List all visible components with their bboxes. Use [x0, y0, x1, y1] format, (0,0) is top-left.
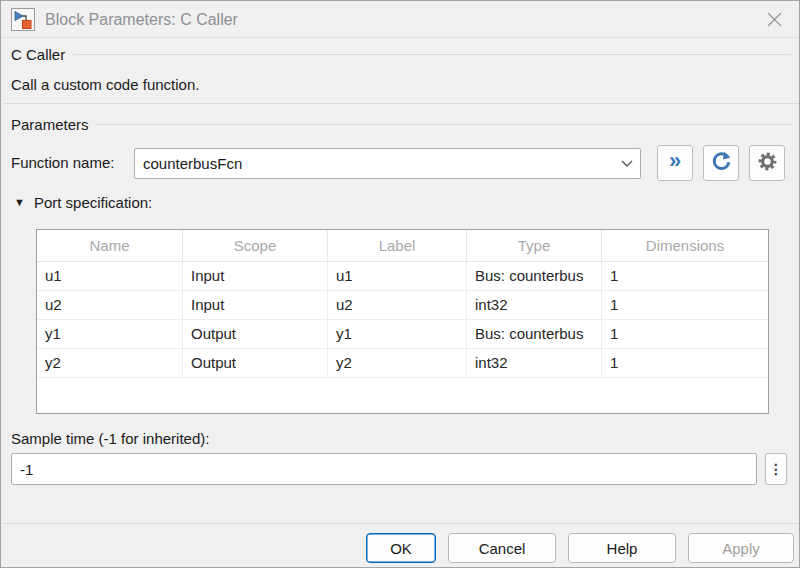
block-type-label: C Caller [11, 46, 65, 63]
sample-time-input[interactable] [11, 453, 757, 485]
cancel-button[interactable]: Cancel [448, 533, 556, 563]
cell-scope[interactable]: Output [183, 320, 328, 348]
parameters-section-header: Parameters [11, 114, 791, 134]
port-specification-label: Port specification: [34, 194, 152, 211]
port-specification-toggle[interactable]: ▼ Port specification: [14, 191, 152, 213]
kebab-icon: ⋮ [769, 461, 783, 477]
section-divider [3, 103, 799, 104]
double-chevron-icon: » [669, 150, 681, 172]
cell-label[interactable]: y1 [328, 320, 467, 348]
close-icon[interactable] [751, 1, 797, 37]
collapse-triangle-icon[interactable]: ▼ [14, 197, 25, 208]
apply-button[interactable]: Apply [688, 533, 794, 563]
sample-time-options-button[interactable]: ⋮ [765, 453, 787, 485]
column-header: Label [328, 230, 467, 261]
table-header-row: Name Scope Label Type Dimensions [37, 230, 768, 262]
settings-button[interactable] [749, 145, 785, 181]
cell-name[interactable]: y2 [37, 349, 183, 377]
help-button[interactable]: Help [568, 533, 676, 563]
ok-button[interactable]: OK [366, 533, 436, 563]
cell-dimensions[interactable]: 1 [602, 262, 768, 290]
cell-label[interactable]: u1 [328, 262, 467, 290]
cell-dimensions[interactable]: 1 [602, 349, 768, 377]
refresh-button[interactable] [703, 145, 739, 181]
cell-name[interactable]: u1 [37, 262, 183, 290]
cell-label[interactable]: y2 [328, 349, 467, 377]
table-row[interactable]: y1 Output y1 Bus: counterbus 1 [37, 320, 768, 349]
block-parameters-dialog: Block Parameters: C Caller C Caller Call… [0, 0, 800, 568]
gear-icon [757, 151, 778, 175]
column-header: Name [37, 230, 183, 261]
cell-name[interactable]: y1 [37, 320, 183, 348]
table-row[interactable]: y2 Output y2 int32 1 [37, 349, 768, 378]
cell-type[interactable]: Bus: counterbus [467, 262, 602, 290]
sample-time-label: Sample time (-1 for inherited): [11, 430, 209, 447]
column-header: Type [467, 230, 602, 261]
column-header: Dimensions [602, 230, 768, 261]
port-specification-table: Name Scope Label Type Dimensions u1 Inpu… [36, 229, 769, 414]
cell-type[interactable]: int32 [467, 291, 602, 319]
cell-label[interactable]: u2 [328, 291, 467, 319]
title-bar: Block Parameters: C Caller [1, 1, 799, 38]
cell-type[interactable]: Bus: counterbus [467, 320, 602, 348]
footer-divider [3, 523, 799, 524]
refresh-icon [711, 151, 732, 175]
window-title: Block Parameters: C Caller [45, 1, 238, 38]
table-row[interactable]: u1 Input u1 Bus: counterbus 1 [37, 262, 768, 291]
legend-line [97, 124, 791, 125]
table-row[interactable]: u2 Input u2 int32 1 [37, 291, 768, 320]
open-in-editor-button[interactable]: » [657, 145, 693, 181]
chevron-down-icon[interactable] [614, 149, 640, 178]
cell-type[interactable]: int32 [467, 349, 602, 377]
legend-line [73, 54, 791, 55]
function-name-label: Function name: [11, 145, 114, 181]
cell-scope[interactable]: Input [183, 291, 328, 319]
cell-scope[interactable]: Input [183, 262, 328, 290]
cell-dimensions[interactable]: 1 [602, 291, 768, 319]
column-header: Scope [183, 230, 328, 261]
block-type-header: C Caller [11, 44, 791, 64]
cell-name[interactable]: u2 [37, 291, 183, 319]
table-empty-area [37, 378, 768, 413]
parameters-section-label: Parameters [11, 116, 89, 133]
function-name-combobox[interactable] [134, 148, 641, 179]
block-description: Call a custom code function. [11, 76, 199, 93]
function-name-input[interactable] [135, 155, 614, 172]
cell-scope[interactable]: Output [183, 349, 328, 377]
cell-dimensions[interactable]: 1 [602, 320, 768, 348]
simulink-block-icon [11, 8, 35, 31]
